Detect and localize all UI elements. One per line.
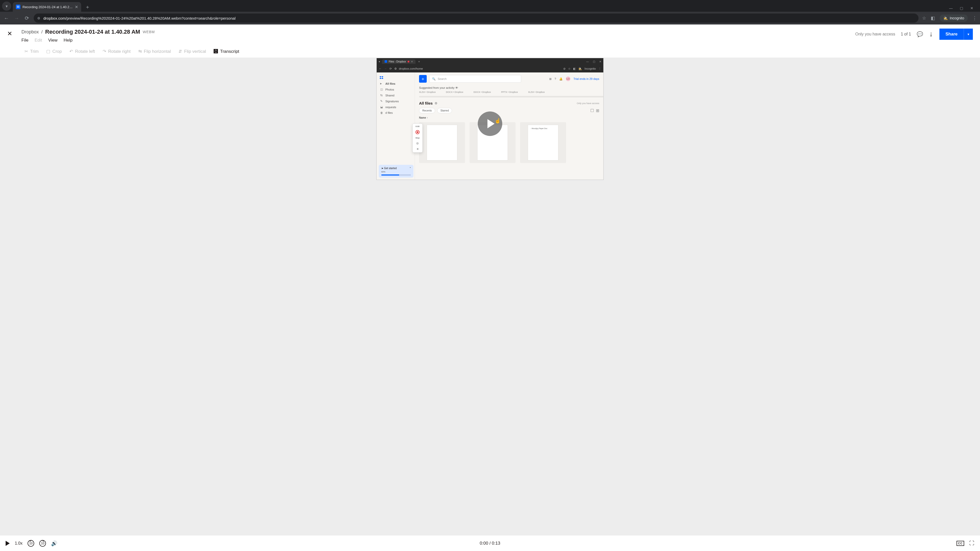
- rec-file-grid: - Moodjoy Paper Doc: [419, 122, 599, 163]
- play-icon: [487, 119, 495, 128]
- incognito-label: Incognito: [950, 16, 964, 20]
- search-icon: 🔍: [432, 77, 436, 81]
- share-button[interactable]: Share: [939, 29, 964, 40]
- tool-flip-horizontal: ⇋Flip horizontal: [138, 49, 171, 54]
- popup-close-icon: ✕: [417, 148, 419, 151]
- rec-fwd-icon: →: [384, 67, 387, 70]
- close-preview-button[interactable]: ✕: [7, 29, 12, 37]
- folder-icon: ▸: [380, 82, 383, 85]
- url-text: dropbox.com/preview/Recording%202024-01-…: [43, 16, 235, 21]
- menu-view[interactable]: View: [48, 38, 58, 43]
- rec-col-name: Name ↑: [419, 116, 599, 119]
- browser-tab-strip: ▾ Recording 2024-01-24 at 1.40.2… ✕ ＋ ― …: [0, 0, 980, 12]
- rec-tab: Files - Dropbox ✕: [382, 59, 415, 64]
- side-panel-icon[interactable]: ◧: [931, 15, 935, 21]
- rec-menu-icon: ⋮: [598, 67, 601, 70]
- nav-back-icon[interactable]: ←: [3, 15, 10, 21]
- rec-sugg-item: XLSX • Dropbox: [528, 91, 545, 94]
- rec-star-icon: ☆: [568, 67, 571, 70]
- rec-url: dropbox.com/home: [399, 67, 423, 70]
- browser-tab[interactable]: Recording 2024-01-24 at 1.40.2… ✕: [13, 2, 81, 12]
- tool-flip-h-label: Flip horizontal: [144, 49, 171, 54]
- eye-icon: 👁: [455, 86, 458, 89]
- rec-filter-chips: Recents Starred ☐ ⊞: [419, 108, 599, 113]
- rec-new-tab-icon: ＋: [417, 59, 421, 64]
- skip-forward-button[interactable]: 10: [39, 540, 46, 547]
- breadcrumb-sep: /: [41, 29, 43, 35]
- rec-tab-title: Files - Dropbox: [389, 60, 406, 63]
- nav-reload-icon[interactable]: ⟳: [24, 15, 30, 21]
- share-button-group: Share ▾: [939, 29, 973, 40]
- sort-asc-icon: ↑: [427, 116, 428, 119]
- rec-suggested-label: Suggested from your activity 👁: [419, 86, 599, 89]
- rec-incognito-label: Incognito: [584, 67, 596, 70]
- rec-ext-icon: ⊘: [563, 67, 566, 70]
- video-player-bar: 1.0x 10 10 🔊 0:00 / 0:13 CC ⛶: [0, 535, 980, 551]
- file-ext-badge: WEBM: [143, 30, 155, 34]
- chevron-up-icon: ˄: [410, 167, 411, 170]
- browser-menu-icon[interactable]: ⋮: [972, 15, 977, 21]
- site-info-icon[interactable]: ⚙: [37, 16, 40, 20]
- bookmark-icon[interactable]: ☆: [922, 15, 926, 21]
- window-maximize-icon[interactable]: ▢: [960, 6, 963, 10]
- tab-search-button[interactable]: ▾: [2, 2, 11, 11]
- rocket-icon: ➤: [381, 167, 384, 170]
- rec-chip-recents: Recents: [419, 108, 435, 113]
- rec-favicon: [385, 60, 387, 63]
- dropbox-logo-icon: [379, 76, 384, 80]
- rotate-right-icon: ↷: [103, 49, 106, 54]
- volume-icon[interactable]: 🔊: [51, 540, 57, 546]
- tool-rotate-left-label: Rotate left: [75, 49, 95, 54]
- share-caret-button[interactable]: ▾: [964, 29, 973, 40]
- tool-rotate-right-label: Rotate right: [108, 49, 130, 54]
- sign-icon: ✎: [380, 100, 383, 103]
- url-domain: dropbox.com: [43, 16, 65, 21]
- stop-recording-icon: [415, 130, 420, 134]
- trash-icon: 🗑: [380, 111, 383, 114]
- rec-trial-text: Trial ends in 29 days: [573, 77, 599, 80]
- edit-toolbar: ✂Trim ▢Crop ↶Rotate left ↷Rotate right ⇋…: [0, 45, 980, 58]
- rec-file-card: [419, 122, 465, 163]
- menu-edit: Edit: [35, 38, 42, 43]
- transcript-icon: 🅲: [213, 49, 218, 54]
- window-minimize-icon[interactable]: ―: [949, 6, 953, 10]
- rec-upload-button: ＋: [419, 75, 427, 83]
- menu-file[interactable]: File: [21, 38, 28, 43]
- rec-close-icon: ✕: [599, 60, 601, 63]
- comments-icon[interactable]: 💬: [917, 31, 923, 37]
- captions-button[interactable]: CC: [956, 541, 964, 546]
- tab-close-icon[interactable]: ✕: [75, 5, 78, 10]
- browser-toolbar: ← → ⟳ ⚙ dropbox.com/preview/Recording%20…: [0, 12, 980, 24]
- breadcrumb-root[interactable]: Dropbox: [21, 29, 39, 35]
- address-bar[interactable]: ⚙ dropbox.com/preview/Recording%202024-0…: [34, 14, 918, 23]
- window-close-icon[interactable]: ✕: [970, 6, 974, 10]
- rec-file-card: - Moodjoy Paper Doc: [520, 122, 566, 163]
- playback-speed[interactable]: 1.0x: [15, 541, 22, 546]
- rec-incognito-icon: 🕵: [578, 67, 582, 70]
- rec-allfiles-heading: All files ⚙ Only you have access: [419, 101, 599, 105]
- rec-side-shared: ⇆Shared: [379, 92, 412, 98]
- download-icon[interactable]: ⭳: [929, 32, 934, 37]
- playback-time: 0:00 / 0:13: [480, 541, 500, 546]
- skip-back-button[interactable]: 10: [27, 540, 34, 547]
- tool-flip-vertical: ⇵Flip vertical: [178, 49, 206, 54]
- incognito-icon: 🕵: [943, 16, 948, 20]
- page-count: 1 of 1: [901, 32, 911, 37]
- rec-side-requests: ⬓requests: [379, 104, 412, 110]
- menu-help[interactable]: Help: [64, 38, 73, 43]
- rec-search-placeholder: Search: [438, 77, 447, 80]
- play-overlay-button[interactable]: [478, 111, 502, 136]
- breadcrumb-current: Recording 2024-01-24 at 1.40.28 AM: [45, 29, 140, 35]
- tool-transcript-label: Transcript: [220, 49, 239, 54]
- rec-tab-caret: ▾: [379, 60, 380, 63]
- trim-icon: ✂: [24, 49, 28, 54]
- access-text: Only you have access: [855, 32, 895, 37]
- tool-transcript[interactable]: 🅲Transcript: [213, 49, 239, 54]
- play-button[interactable]: [6, 541, 10, 546]
- incognito-chip[interactable]: 🕵 Incognito: [940, 14, 968, 22]
- rec-chip-starred: Starred: [437, 108, 452, 113]
- preview-header: ✕ Dropbox / Recording 2024-01-24 at 1.40…: [0, 24, 980, 45]
- fullscreen-icon[interactable]: ⛶: [969, 540, 974, 546]
- new-tab-button[interactable]: ＋: [84, 3, 91, 11]
- rec-access-text: Only you have access: [577, 102, 599, 105]
